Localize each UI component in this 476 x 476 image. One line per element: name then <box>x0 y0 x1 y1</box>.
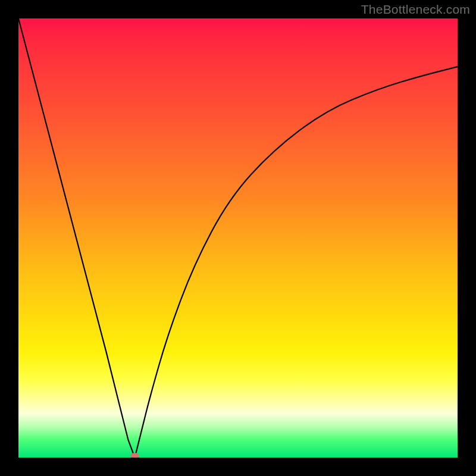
watermark-text: TheBottleneck.com <box>361 2 470 17</box>
bottleneck-curve <box>18 18 458 458</box>
curve-left-branch <box>18 18 135 458</box>
chart-frame: TheBottleneck.com <box>0 0 476 476</box>
curve-right-branch <box>135 67 458 458</box>
plot-area <box>18 18 458 458</box>
minimum-marker <box>131 453 139 458</box>
